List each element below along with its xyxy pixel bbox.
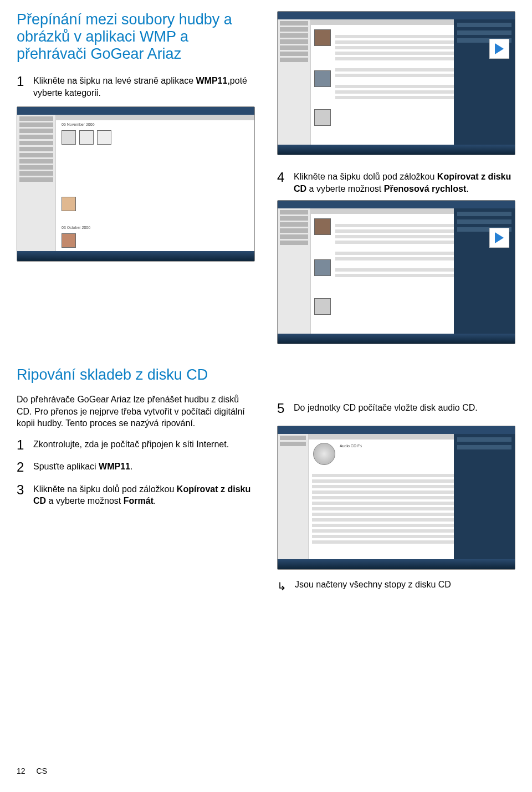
section1-title: Přepínání mezi soubory hudby a obrázků v… (17, 11, 255, 63)
section2-step5: 5 Do jednotky CD počítače vložte disk au… (277, 400, 515, 417)
section2-title: Ripování skladeb z disku CD (17, 366, 255, 384)
text: . (154, 496, 156, 505)
text: a vyberte možnost (46, 496, 124, 505)
cd-icon (313, 443, 335, 465)
bold-text: WMP11 (99, 462, 130, 471)
bold-text: Přenosová rychlost (384, 184, 467, 193)
section2-step3: 3 Klikněte na šipku dolů pod záložkou Ko… (17, 481, 255, 507)
step-text: Klikněte na šipku dolů pod záložkou Kopí… (33, 481, 255, 507)
section1-step4: 4 Klikněte na šipku dolů pod záložkou Ko… (277, 168, 515, 195)
text: Klikněte na šipku na levé straně aplikac… (33, 76, 196, 85)
step-text: Klikněte na šipku dolů pod záložkou Kopí… (294, 168, 515, 195)
step-number: 4 (277, 168, 288, 195)
result-arrow-icon: ↳ (277, 580, 288, 593)
step-number: 1 (17, 73, 28, 99)
wmp-screenshot-pictures: 06 November 2006 03 October 2006 (17, 106, 255, 262)
step-number: 5 (277, 400, 288, 417)
step-number: 3 (17, 481, 28, 507)
text: Klikněte na šipku dolů pod záložkou (33, 484, 177, 494)
wmp-screenshot-sync (277, 11, 515, 155)
section2-step1: 1 Zkontrolujte, zda je počítač připojen … (17, 436, 255, 454)
section2-result: ↳ Jsou načteny všechny stopy z disku CD (277, 580, 515, 593)
step-text: Klikněte na šipku na levé straně aplikac… (33, 73, 255, 99)
text: a vyberte možnost (306, 184, 384, 193)
page-footer: 12 CS (17, 767, 47, 775)
bold-text: WMP11 (196, 76, 228, 85)
section2-intro: Do přehrávače GoGear Ariaz lze přenášet … (17, 394, 255, 430)
step-number: 1 (17, 436, 28, 454)
section2-step2: 2 Spusťte aplikaci WMP11. (17, 458, 255, 476)
wmp-screenshot-bitrate (277, 200, 515, 344)
lang-code: CS (37, 767, 47, 775)
step-text: Zkontrolujte, zda je počítač připojen k … (33, 436, 255, 454)
step-text: Do jednotky CD počítače vložte disk audi… (294, 400, 515, 417)
text: . (130, 462, 132, 471)
page-number: 12 (17, 767, 25, 775)
play-icon (489, 228, 509, 248)
text: . (466, 184, 468, 193)
text: Spusťte aplikaci (33, 462, 99, 471)
text: Klikněte na šipku dolů pod záložkou (294, 172, 437, 181)
play-icon (489, 39, 509, 59)
bold-text: Formát (124, 496, 154, 505)
step-number: 2 (17, 458, 28, 476)
step-text: Spusťte aplikaci WMP11. (33, 458, 255, 476)
section1-step1: 1 Klikněte na šipku na levé straně aplik… (17, 73, 255, 99)
result-text: Jsou načteny všechny stopy z disku CD (295, 580, 451, 590)
wmp-screenshot-rip-cd: Audio CD F:\ (277, 426, 515, 570)
